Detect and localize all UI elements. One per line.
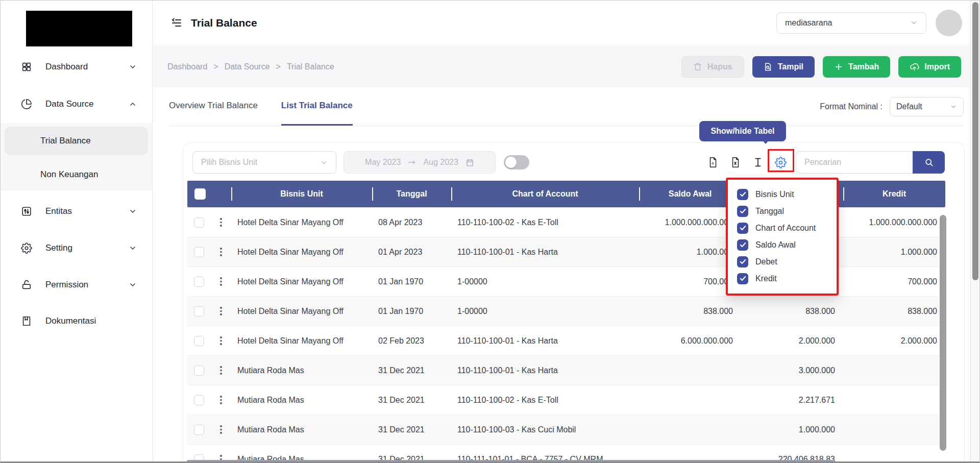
toggle-knob [505, 157, 517, 168]
export-excel-icon[interactable] [730, 157, 741, 168]
checkbox-checked-icon[interactable] [737, 206, 748, 217]
cell-saldo-awal: 838.000 [639, 297, 741, 326]
sidebar-item-setting[interactable]: Setting [1, 236, 152, 260]
bisnis-unit-select[interactable]: Pilih Bisnis Unit [192, 151, 336, 174]
row-menu-icon[interactable] [218, 305, 224, 318]
row-menu-icon[interactable] [218, 334, 224, 347]
sidebar-item-trial-balance[interactable]: Trial Balance [5, 127, 148, 155]
plus-icon [834, 62, 843, 71]
sidebar-subitem-label: Non Keuangan [40, 169, 98, 180]
row-menu-icon[interactable] [218, 275, 224, 288]
import-button[interactable]: Import [898, 56, 961, 78]
column-option-label: Chart of Account [755, 224, 816, 233]
row-checkbox[interactable] [194, 454, 204, 463]
chevron-down-icon [950, 103, 957, 110]
arrow-right-icon [408, 159, 416, 165]
sidebar-item-entitas[interactable]: Entitas [1, 199, 152, 224]
sidebar-item-label: Setting [45, 243, 115, 253]
header-tanggal[interactable]: Tanggal [372, 181, 451, 207]
row-menu-icon[interactable] [218, 246, 224, 258]
table-vertical-scrollbar[interactable] [940, 215, 946, 451]
row-menu-icon[interactable] [218, 423, 224, 436]
workspace-select[interactable]: mediasarana [776, 12, 926, 34]
row-height-icon[interactable] [752, 157, 764, 168]
format-nominal-value: Default [896, 102, 922, 111]
select-all-checkbox[interactable] [194, 188, 206, 200]
cell-bisnis-unit: Mutiara Roda Mas [231, 385, 372, 415]
cell-bisnis-unit: Hotel Delta Sinar Mayang Off [231, 267, 372, 296]
cell-debet: 2.217.671 [741, 385, 843, 415]
row-checkbox[interactable] [194, 425, 204, 435]
row-checkbox[interactable] [194, 365, 204, 376]
format-nominal-select[interactable]: Default [890, 97, 964, 116]
filter-toggle[interactable] [504, 155, 529, 169]
chevron-down-icon [129, 244, 137, 252]
hapus-button[interactable]: Hapus [681, 56, 744, 78]
tab-label: Overview Trial Balance [169, 101, 258, 111]
sidebar-item-dashboard[interactable]: Dashboard [1, 55, 152, 79]
cell-chart-of-account: 110-110-100-01 - Kas Harta [451, 356, 639, 385]
cell-kredit [843, 445, 945, 463]
header-chart-of-account[interactable]: Chart of Account [451, 181, 639, 207]
header-kredit[interactable]: Kredit [843, 181, 945, 207]
table-horizontal-scrollbar[interactable] [187, 460, 835, 463]
breadcrumb-trial-balance: Trial Balance [287, 62, 334, 71]
window-scrollbar-track[interactable] [970, 1, 979, 461]
column-option-saldo-awal[interactable]: Saldo Awal [728, 236, 837, 253]
show-hide-columns-gear-icon[interactable] [775, 157, 787, 168]
cell-kredit: 700.000 [843, 267, 945, 296]
row-checkbox[interactable] [194, 336, 204, 346]
cell-kredit: 1.000.000 [843, 237, 945, 266]
checkbox-checked-icon[interactable] [737, 273, 748, 284]
app-logo [26, 11, 132, 46]
date-range-picker[interactable]: May 2023 Aug 2023 [344, 151, 496, 174]
column-option-kredit[interactable]: Kredit [728, 270, 837, 287]
table-row: Hotel Delta Sinar Mayang Off 02 Feb 2023… [187, 326, 945, 355]
row-checkbox[interactable] [194, 395, 204, 405]
row-checkbox[interactable] [194, 247, 204, 257]
sidebar-item-data-source[interactable]: Data Source [1, 92, 152, 116]
sidebar-collapse-icon[interactable] [170, 17, 183, 29]
chevron-down-icon [129, 63, 137, 71]
column-option-chart-of-account[interactable]: Chart of Account [728, 220, 837, 236]
sidebar-item-non-keuangan[interactable]: Non Keuangan [5, 160, 148, 189]
row-checkbox[interactable] [194, 306, 204, 316]
tambah-button[interactable]: Tambah [823, 56, 890, 78]
breadcrumb-data-source[interactable]: Data Source [225, 62, 270, 71]
checkbox-checked-icon[interactable] [737, 223, 748, 234]
sidebar-item-label: Data Source [45, 99, 115, 109]
hapus-label: Hapus [707, 62, 732, 71]
avatar[interactable] [936, 10, 962, 36]
checkbox-checked-icon[interactable] [737, 189, 748, 200]
search-input[interactable] [796, 151, 913, 174]
tampil-button[interactable]: Tampil [752, 56, 815, 78]
checkbox-checked-icon[interactable] [737, 256, 748, 267]
row-checkbox[interactable] [194, 217, 204, 228]
row-menu-icon[interactable] [218, 364, 224, 377]
window-scrollbar-thumb[interactable] [972, 2, 978, 280]
tab-list-trial-balance[interactable]: List Trial Balance [281, 87, 353, 126]
cell-bisnis-unit: Hotel Delta Sinar Mayang Off [231, 237, 372, 266]
sidebar-item-permission[interactable]: Permission [1, 273, 152, 297]
cell-chart-of-account: 110-110-100-02 - Kas E-Toll [451, 208, 639, 237]
sidebar-item-label: Dashboard [45, 62, 115, 72]
row-checkbox[interactable] [194, 277, 204, 287]
column-option-bisnis-unit[interactable]: Bisnis Unit [728, 186, 837, 203]
column-option-label: Kredit [755, 274, 777, 283]
svg-text:a: a [712, 161, 714, 165]
row-menu-icon[interactable] [218, 453, 224, 463]
chevron-down-icon [320, 159, 328, 166]
breadcrumb-dashboard[interactable]: Dashboard [167, 62, 207, 71]
search-button[interactable] [913, 151, 945, 174]
breadcrumb-action-bar: Dashboard > Data Source > Trial Balance … [153, 46, 979, 87]
column-option-debet[interactable]: Debet [728, 253, 837, 270]
row-menu-icon[interactable] [218, 394, 224, 406]
export-pdf-icon[interactable]: a [707, 157, 719, 168]
header-bisnis-unit[interactable]: Bisnis Unit [231, 181, 372, 207]
row-menu-icon[interactable] [218, 216, 224, 229]
column-option-tanggal[interactable]: Tanggal [728, 203, 837, 220]
sidebar-item-dokumentasi[interactable]: Dokumentasi [1, 309, 152, 333]
tab-overview-trial-balance[interactable]: Overview Trial Balance [169, 87, 258, 126]
checkbox-checked-icon[interactable] [737, 239, 748, 251]
table-row: Mutiara Roda Mas 31 Dec 2021 110-110-100… [187, 415, 945, 444]
